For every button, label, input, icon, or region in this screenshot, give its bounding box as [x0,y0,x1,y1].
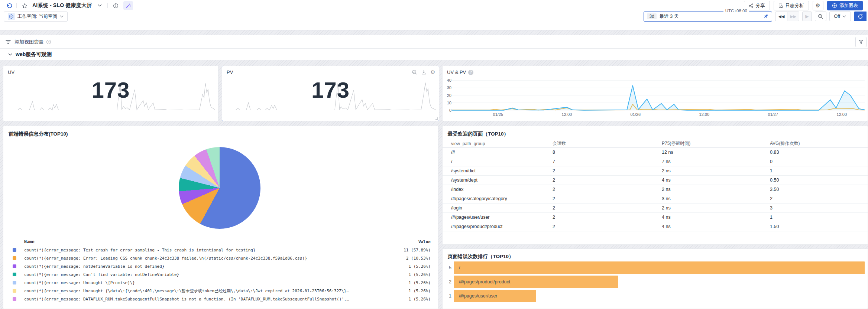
table-row[interactable]: /#/pages/product/product24 ns1.50 [443,222,868,231]
legend-row[interactable]: count(*){error_message: notDefineVariabl… [13,262,431,270]
uv-stat-panel[interactable]: UV 173 [3,66,218,121]
fast-forward-icon: ▶▶ [790,14,796,19]
add-chart-button[interactable]: 添加图表 [827,1,863,10]
svg-text:?: ? [48,40,49,43]
frontend-error-pie-panel[interactable]: 前端错误信息分布(TOP10) Name Value count(*){erro… [3,126,438,309]
table-cell: /#/pages/product/product [451,224,553,229]
workspace-icon [8,13,15,20]
page-background-strip [0,30,868,35]
auto-refresh-select[interactable]: Off [829,12,851,21]
legend-name: count(*){error_message: Error: Loading C… [24,256,307,261]
filter-funnel-button[interactable] [855,37,867,47]
legend-header-name: Name [24,239,35,244]
table-row[interactable]: /#/pages/user/user24 ns1 [443,213,868,222]
legend-row[interactable]: count(*){error_message: Uncaught \[Promi… [13,279,431,287]
table-cell: 0.50 [770,178,868,183]
time-back-button[interactable]: ◀◀ [775,12,787,21]
ai-assistant-button[interactable] [123,1,133,10]
legend-header: Name Value [13,238,431,246]
legend-row[interactable]: count(*){error_message: Test crash for e… [13,246,431,254]
top-toolbar: AI系统 - SLO 健康度大屏 分享 日志分析 ⚙ [0,0,868,30]
popular-pages-table-panel[interactable]: 最受欢迎的页面（TOP10） view_path_group会话数P75(停留时… [442,126,868,245]
legend-row[interactable]: count(*){error_message: Uncaught {\data\… [13,287,431,295]
panel-resize-handle[interactable] [435,117,438,120]
pin-button[interactable] [763,13,769,19]
bar-label: /#/pages/product/product [454,279,510,284]
settings-button[interactable]: ⚙ [813,1,823,10]
zoom-out-icon [818,14,823,19]
magic-wand-icon [126,3,131,9]
bar-rect[interactable]: / [454,261,865,274]
table-cell: 7 ns [662,159,770,164]
table-row[interactable]: /#812 ns0.83 [443,148,868,157]
uv-panel-title: UV [8,69,14,75]
bar-row[interactable]: 5/ [443,261,865,274]
page-error-rank-panel[interactable]: 页面错误次数排行（TOP10） 5/2/#/pages/product/prod… [442,248,868,309]
table-cell: 2 [553,205,662,211]
chart-explore-button[interactable] [412,69,417,75]
title-menu-button[interactable] [95,1,104,10]
table-cell: 2 [770,196,868,201]
legend-row[interactable]: count(*){error_message: DATAFLUX_RUM.tak… [13,295,431,303]
table-row[interactable]: /system/dept24 ns0.50 [443,176,868,185]
info-button[interactable] [111,1,120,10]
page-title: AI系统 - SLO 健康度大屏 [32,2,92,9]
table-cell: 1.50 [770,224,868,229]
table-row[interactable]: /login22 ns3 [443,204,868,213]
table-cell: 2 [553,178,662,183]
star-icon [22,3,27,9]
table-cell: 1 [770,168,868,173]
favorite-star-button[interactable] [20,1,29,10]
bar-row[interactable]: 1/#/pages/user/user [443,290,865,302]
chart-export-button[interactable] [421,69,427,75]
pin-icon [763,13,769,19]
legend-row[interactable]: count(*){error_message: Error: Loading C… [13,254,431,262]
table-row[interactable]: /index22 ns3.50 [443,185,868,194]
help-icon[interactable]: ? [46,39,51,45]
chevron-down-icon [98,4,102,7]
log-search-icon [778,3,783,8]
bar-row[interactable]: 2/#/pages/product/product [443,276,865,288]
table-cell: 1 [770,215,868,220]
pv-stat-panel-selected[interactable]: PV ⚙ 173 [222,66,439,121]
funnel-icon [858,39,864,45]
time-forward-button[interactable]: ▶▶ [787,12,799,21]
bar-rect[interactable]: /#/pages/user/user [454,290,536,302]
share-label: 分享 [756,3,765,9]
table-row[interactable]: /77 ns0 [443,157,868,166]
plus-circle-icon [832,3,837,8]
uv-pv-line-panel[interactable]: UV & PV ? 40302010001/2512:0001/2612:000… [442,66,868,121]
workspace-selector[interactable]: 工作空间: 当前空间 [4,12,68,22]
dashboard-canvas: UV 173 PV ⚙ 173 UV & PV ? 40302010001/25… [0,60,868,309]
divider [16,3,17,8]
add-view-variable-button[interactable]: 添加视图变量 [14,39,43,45]
table-row[interactable]: /system/dict22 ns1 [443,166,868,176]
table-panel-title: 最受欢迎的页面（TOP10） [448,131,509,137]
log-analysis-button[interactable]: 日志分析 [774,1,809,10]
error-distribution-pie[interactable] [179,147,260,229]
time-range-picker[interactable]: UTC+08:00 3d 最近 3 天 [644,12,772,22]
table-cell: 12 ns [662,150,770,155]
rewind-icon: ◀◀ [778,14,784,19]
table-header-cell: AVG(操作次数) [770,140,868,147]
timezone-label: UTC+08:00 [723,9,749,13]
refresh-button[interactable] [854,12,867,21]
download-icon [421,69,427,75]
zoom-out-button[interactable] [815,12,826,21]
legend-value: 1 (5.26%) [403,280,431,285]
table-row[interactable]: /#/pages/category/category23 ns2 [443,194,868,204]
time-latest-button[interactable]: ▶ [802,12,812,21]
section-group-header[interactable]: web服务可观测 [0,49,868,60]
help-icon[interactable]: ? [468,70,473,75]
bar-value: 2 [443,279,451,284]
legend-row[interactable]: count(*){error_message: Can't find varia… [13,270,431,279]
back-button[interactable] [4,1,13,10]
bar-rect[interactable]: /#/pages/product/product [454,276,618,288]
popular-pages-table: view_path_group会话数P75(停留时间)AVG(操作次数)/#81… [443,140,868,231]
chart-settings-button[interactable]: ⚙ [430,69,435,75]
pie-panel-title: 前端错误信息分布(TOP10) [9,131,68,137]
legend-value: 2 (10.53%) [401,256,431,261]
section-title: web服务可观测 [16,51,52,58]
legend-name: count(*){error_message: Can't find varia… [24,272,179,277]
table-cell: /system/dict [451,168,553,173]
